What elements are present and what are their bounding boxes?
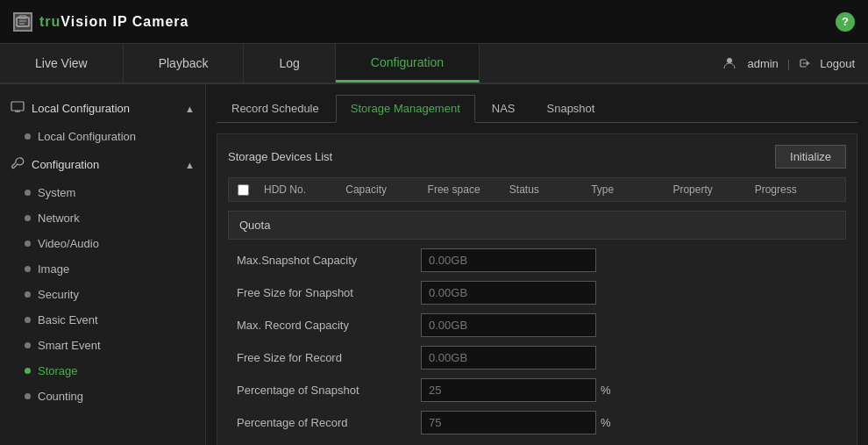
tab-playback[interactable]: Playback [124,44,245,83]
sidebar-item-security-label: Security [38,288,79,301]
label-free-size-snapshot: Free Size for Snapshot [237,286,421,299]
input-percentage-record[interactable] [421,411,596,434]
input-percentage-snapshot[interactable] [421,378,596,402]
sidebar-item-local-configuration[interactable]: Local Configuration [0,124,205,149]
initialize-button[interactable]: Initialize [775,145,846,169]
main-layout: Local Configuration ▲ Local Configuratio… [0,84,868,445]
storage-panel: Storage Devices List Initialize HDD No. … [217,133,857,445]
select-all-checkbox[interactable] [238,184,249,196]
th-free-space: Free space [428,183,509,196]
logo-text: truVision IP Camera [39,14,189,30]
sub-tab-nas[interactable]: NAS [477,95,530,122]
sub-tab-snapshot[interactable]: Snapshot [532,95,610,122]
sidebar-item-basic-event-label: Basic Event [38,313,98,327]
sub-tabs: Record Schedule Storage Management NAS S… [217,95,857,123]
sidebar-item-image-label: Image [38,262,69,276]
sidebar-item-video-audio[interactable]: Video/Audio [0,231,205,256]
sidebar-section-local-config[interactable]: Local Configuration ▲ [0,93,205,124]
form-row-free-size-record: Free Size for Record [228,346,846,370]
sidebar-item-system[interactable]: System [0,180,205,205]
input-free-size-record[interactable] [421,346,596,370]
input-max-snapshot-capacity[interactable] [421,248,596,272]
sidebar-item-counting[interactable]: Counting [0,384,205,409]
form-row-max-snapshot-capacity: Max.Snapshot Capacity [228,248,846,272]
wrench-icon-svg [11,156,25,170]
bullet-storage [25,368,31,374]
tab-configuration[interactable]: Configuration [336,44,480,83]
bullet-icon [25,133,31,140]
app-header: truVision IP Camera ? [0,0,868,44]
sidebar-item-video-audio-label: Video/Audio [38,237,99,250]
sub-tab-storage-management[interactable]: Storage Management [336,95,475,123]
form-row-percentage-snapshot: Percentage of Snapshot % [228,378,846,402]
sidebar-section-configuration-label: Configuration [32,158,99,171]
th-progress: Progress [755,183,836,196]
sidebar-item-storage[interactable]: Storage [0,358,205,384]
th-type: Type [591,183,672,196]
sidebar-item-image[interactable]: Image [0,256,205,282]
unit-percentage-snapshot: % [601,384,611,397]
storage-devices-header: Storage Devices List Initialize [228,145,846,169]
label-free-size-record: Free Size for Record [237,351,421,364]
label-max-record-capacity: Max. Record Capacity [237,319,421,332]
logout-icon [799,57,811,69]
sidebar-item-system-label: System [38,186,75,199]
th-status: Status [509,183,591,196]
table-checkbox-header [238,184,264,196]
sidebar-item-basic-event[interactable]: Basic Event [0,307,205,333]
sidebar-item-network[interactable]: Network [0,205,205,231]
th-capacity: Capacity [345,183,427,196]
tab-live-view[interactable]: Live View [0,44,124,83]
user-name-label: admin [747,57,778,70]
svg-point-4 [727,58,732,63]
form-row-percentage-record: Percentage of Record % [228,411,846,434]
monitor-icon [11,100,25,117]
unit-percentage-record: % [601,416,611,429]
nav-user-area: admin | Logout [710,44,868,83]
user-icon [723,57,736,69]
logo: truVision IP Camera [13,12,189,32]
storage-devices-title: Storage Devices List [228,150,332,163]
bullet-image [25,266,31,272]
input-max-record-capacity[interactable] [421,313,596,337]
monitor-icon-svg [11,100,25,114]
bullet-video-audio [25,240,31,247]
sidebar-item-network-label: Network [38,212,80,225]
wrench-icon [11,156,25,173]
logout-button[interactable]: Logout [820,57,855,70]
storage-table-header: HDD No. Capacity Free space Status Type … [228,177,846,202]
nav-bar: Live View Playback Log Configuration adm… [0,44,868,84]
sidebar-item-local-config-label: Local Configuration [38,130,136,143]
quota-header: Quota [228,211,846,240]
sidebar-item-security[interactable]: Security [0,282,205,307]
sidebar-item-smart-event-label: Smart Event [38,339,101,352]
content-area: Record Schedule Storage Management NAS S… [206,84,868,445]
sub-tab-record-schedule[interactable]: Record Schedule [217,95,334,122]
th-property: Property [672,183,754,196]
divider: | [787,57,790,70]
help-button[interactable]: ? [836,12,855,32]
sidebar-item-counting-label: Counting [38,390,83,403]
bullet-security [25,291,31,298]
tab-log[interactable]: Log [244,44,335,83]
bullet-smart-event [25,342,31,348]
sidebar-section-configuration[interactable]: Configuration ▲ [0,149,205,180]
form-row-max-record-capacity: Max. Record Capacity [228,313,846,337]
bullet-counting [25,393,31,399]
quota-section: Quota Max.Snapshot Capacity Free Size fo… [228,211,846,434]
sidebar: Local Configuration ▲ Local Configuratio… [0,84,206,445]
sidebar-item-storage-label: Storage [38,364,78,377]
bullet-network [25,215,31,221]
bullet-system [25,190,31,196]
sidebar-section-local-config-label: Local Configuration [32,102,130,115]
label-percentage-snapshot: Percentage of Snapshot [237,384,421,397]
label-percentage-record: Percentage of Record [237,416,421,429]
sidebar-item-smart-event[interactable]: Smart Event [0,333,205,358]
th-hdd-no: HDD No. [264,183,345,196]
form-row-free-size-snapshot: Free Size for Snapshot [228,281,846,305]
label-max-snapshot-capacity: Max.Snapshot Capacity [237,254,421,267]
svg-rect-5 [11,102,24,111]
logo-icon [13,12,32,32]
input-free-size-snapshot[interactable] [421,281,596,305]
bullet-basic-event [25,317,31,323]
